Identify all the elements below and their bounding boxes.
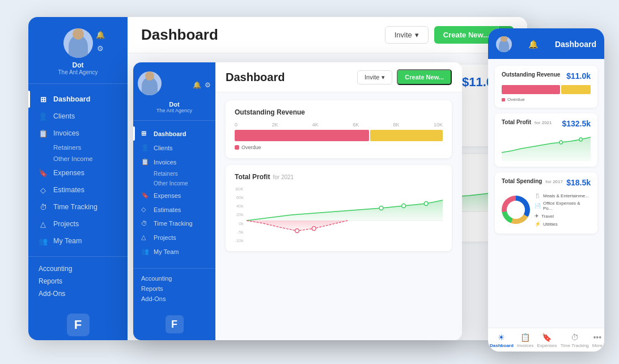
sidebar-item-retainers[interactable]: Retainers [28, 142, 128, 153]
phone-nav-expenses[interactable]: 🔖 Expenses [537, 333, 557, 348]
desktop-sidebar: 🔔 ⚙ Dot The Ant Agency ⊞ Dashboard 👤 Cli… [28, 17, 128, 340]
phone-paid-bar [561, 85, 591, 94]
team-icon: 👥 [39, 236, 48, 246]
tablet-revenue-title: Outstanding Revenue [235, 108, 305, 116]
sidebar-user-section: 🔔 ⚙ Dot The Ant Agency [28, 17, 128, 84]
notification-icon[interactable]: 🔔 [95, 29, 105, 40]
phone-nav-dashboard[interactable]: ☀ Dashboard [490, 333, 514, 348]
tablet-profit-chart: 80K60k40k20k0k-5k-10k [235, 187, 443, 243]
phone-window: 🔔 Dashboard Outstanding Revenue $11.0k O… [488, 28, 604, 352]
phone-nav-more[interactable]: ••• More [592, 333, 603, 348]
reports-link[interactable]: Reports [39, 275, 117, 287]
logo-box: F [67, 314, 90, 336]
tablet-nav-retainers[interactable]: Retainers [133, 169, 215, 179]
sidebar-item-time-tracking[interactable]: ⏱ Time Tracking [28, 198, 128, 215]
phone-overdue-legend: Overdue [502, 97, 591, 102]
tablet-notification-icon[interactable]: 🔔 [193, 81, 201, 89]
page-title: Dashboard [141, 26, 218, 44]
svg-point-12 [559, 141, 562, 144]
phone-spending-title: Total Spending for 2017 [502, 178, 563, 184]
phone-avatar-person [499, 40, 509, 52]
phone-revenue-section: Outstanding Revenue $11.0k Overdue [495, 66, 597, 108]
tablet-projects-icon: △ [141, 234, 149, 241]
tablet-nav-time-tracking[interactable]: ⏱ Time Tracking [133, 217, 215, 230]
phone-overdue-bar [502, 85, 560, 94]
phone-spending-item-2: ✈ Travel [535, 212, 591, 220]
phone-profit-amount: $132.5k [562, 119, 591, 128]
tablet-window: 🔔 ⚙ Dot The Ant Agency ⊞ Dashboard 👤 Cli… [133, 62, 462, 340]
tablet-nav-other-income[interactable]: Other Income [133, 179, 215, 188]
phone-profit-chart [502, 133, 591, 161]
tablet-dashboard-icon: ⊞ [141, 130, 149, 137]
sidebar-item-invoices[interactable]: 📋 Invoices [28, 125, 128, 142]
tablet-sidebar: 🔔 ⚙ Dot The Ant Agency ⊞ Dashboard 👤 Cli… [133, 62, 215, 340]
tablet-nav-my-team[interactable]: 👥 My Team [133, 244, 215, 259]
phone-revenue-bars [502, 85, 591, 94]
tablet-profit-card: Total Profit for 2021 80K60k40k20k0k-5k-… [226, 165, 452, 251]
sidebar-item-my-team[interactable]: 👥 My Team [28, 232, 128, 249]
tablet-profit-title: Total Profit [235, 173, 270, 181]
office-icon: 📄 [535, 203, 541, 209]
svg-point-8 [401, 204, 405, 208]
phone-avatar [496, 36, 512, 52]
settings-icon[interactable]: ⚙ [95, 43, 105, 53]
phone-nav-dashboard-icon: ☀ [498, 333, 505, 342]
invite-button[interactable]: Invite ▾ [385, 26, 429, 44]
addons-link[interactable]: Add-Ons [39, 287, 117, 300]
tablet-overdue-legend: Overdue [235, 145, 261, 150]
tablet-nav-projects[interactable]: △ Projects [133, 230, 215, 244]
tablet-revenue-bars [235, 130, 443, 141]
phone-revenue-title: Outstanding Revenue [502, 71, 560, 78]
utilities-icon: ⚡ [535, 221, 541, 227]
phone-profit-header: Total Profit for 2021 $132.5k [502, 119, 591, 128]
tablet-profit-svg [247, 187, 443, 243]
sidebar-item-projects[interactable]: △ Projects [28, 215, 128, 232]
accounting-link[interactable]: Accounting [39, 263, 117, 275]
tablet-accounting-link[interactable]: Accounting [141, 273, 207, 283]
tablet-nav-dashboard[interactable]: ⊞ Dashboard [133, 126, 215, 141]
tablet-sidebar-nav: ⊞ Dashboard 👤 Clients 📋 Invoices Retaine… [133, 121, 215, 268]
phone-header-icons: 🔔 [528, 40, 538, 49]
estimates-icon: ◇ [39, 185, 48, 194]
sidebar-user-org: The Ant Agency [58, 69, 97, 75]
tablet-user-name: Dot [169, 101, 179, 108]
tablet-logo: F [133, 308, 215, 340]
expenses-icon: 🔖 [39, 168, 48, 177]
tablet-time-icon: ⏱ [141, 220, 149, 227]
sidebar-item-other-income[interactable]: Other Income [28, 153, 128, 164]
phone-profit-svg [502, 133, 591, 161]
phone-spending-section: Total Spending for 2017 $18.5k 🍴 Meals &… [495, 172, 597, 234]
sidebar-item-clients[interactable]: 👤 Clients [28, 108, 128, 125]
tablet-reports-link[interactable]: Reports [141, 283, 207, 294]
tablet-bottom-links: Accounting Reports Add-Ons [133, 268, 215, 308]
phone-bottom-nav: ☀ Dashboard 📋 Invoices 🔖 Expenses ⏱ Time… [488, 328, 604, 352]
travel-icon: ✈ [535, 213, 539, 219]
phone-profit-title: Total Profit for 2021 [502, 119, 552, 125]
svg-point-11 [312, 227, 316, 231]
tablet-header-icons: 🔔 ⚙ [193, 81, 211, 89]
tablet-settings-icon[interactable]: ⚙ [205, 81, 211, 89]
avatar [63, 28, 93, 58]
phone-nav-invoices[interactable]: 📋 Invoices [517, 333, 533, 348]
phone-spending-item-0: 🍴 Meals & Entertainme... [535, 192, 591, 200]
sidebar-item-expenses[interactable]: 🔖 Expenses [28, 164, 128, 181]
sidebar-item-dashboard[interactable]: ⊞ Dashboard [28, 91, 128, 108]
tablet-page-title: Dashboard [226, 71, 285, 84]
phone-donut-chart [502, 196, 530, 224]
tablet-invite-button[interactable]: Invite ▾ [357, 70, 392, 84]
tablet-axis-labels: 02K4K6K8K10K [235, 122, 443, 128]
tablet-nav-clients[interactable]: 👤 Clients [133, 141, 215, 155]
phone-nav-time-tracking[interactable]: ⏱ Time Tracking [561, 333, 589, 348]
tablet-addons-link[interactable]: Add-Ons [141, 294, 207, 304]
tablet-user-org: The Ant Agency [156, 108, 192, 113]
tablet-chevron-icon: ▾ [381, 74, 385, 81]
phone-notification-icon[interactable]: 🔔 [528, 40, 538, 49]
tablet-overdue-dot [235, 145, 239, 150]
tablet-nav-invoices[interactable]: 📋 Invoices [133, 155, 215, 169]
tablet-nav-expenses[interactable]: 🔖 Expenses [133, 188, 215, 202]
sidebar-item-estimates[interactable]: ◇ Estimates [28, 181, 128, 198]
tablet-create-button[interactable]: Create New... [397, 69, 452, 85]
phone-spending-row: 🍴 Meals & Entertainme... 📄 Office Expens… [502, 192, 591, 228]
invoices-icon: 📋 [39, 129, 48, 138]
tablet-nav-estimates[interactable]: ◇ Estimates [133, 202, 215, 217]
